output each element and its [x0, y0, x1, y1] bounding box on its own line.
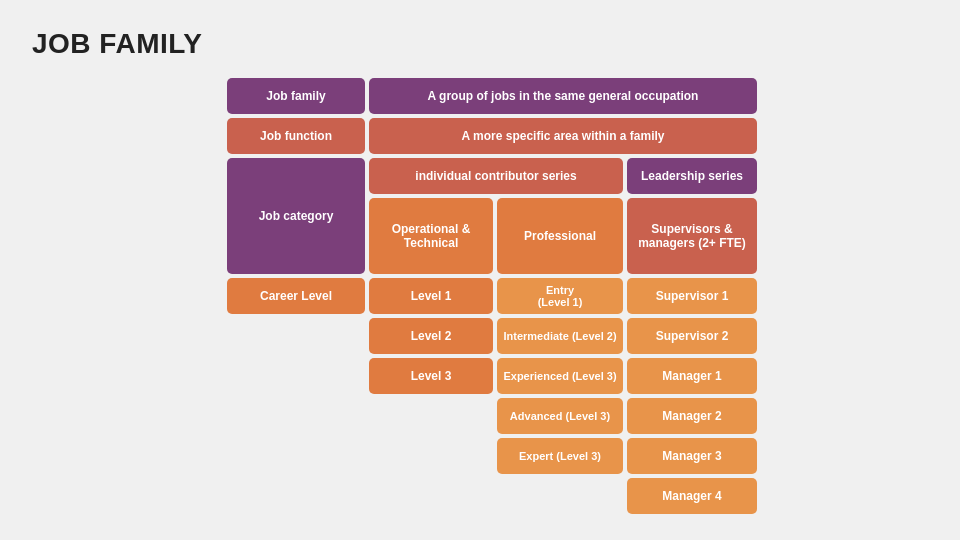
page: JOB FAMILY Job family A group of jobs in… [0, 0, 960, 540]
job-function-desc-box: A more specific area within a family [369, 118, 757, 154]
manager4-label: Manager 4 [662, 489, 721, 503]
leadership-series-box: Leadership series [627, 158, 757, 194]
career-level-label-box: Career Level [227, 278, 365, 314]
job-function-label: Job function [260, 129, 332, 143]
experienced-label: Experienced (Level 3) [503, 370, 616, 382]
manager1-label: Manager 1 [662, 369, 721, 383]
entry-label: Entry (Level 1) [538, 284, 583, 308]
job-function-desc: A more specific area within a family [462, 129, 665, 143]
manager1-box: Manager 1 [627, 358, 757, 394]
page-title: JOB FAMILY [32, 28, 928, 60]
job-family-label: Job family [266, 89, 325, 103]
leadership-series-label: Leadership series [641, 169, 743, 183]
intermediate-label: Intermediate (Level 2) [503, 330, 616, 342]
manager2-label: Manager 2 [662, 409, 721, 423]
job-family-desc-box: A group of jobs in the same general occu… [369, 78, 757, 114]
manager2-box: Manager 2 [627, 398, 757, 434]
level3-box: Level 3 [369, 358, 493, 394]
individual-contributor-label: individual contributor series [415, 169, 576, 183]
job-family-label-box: Job family [227, 78, 365, 114]
expert-box: Expert (Level 3) [497, 438, 623, 474]
career-level-label: Career Level [260, 289, 332, 303]
professional-box: Professional [497, 198, 623, 274]
intermediate-box: Intermediate (Level 2) [497, 318, 623, 354]
manager4-box: Manager 4 [627, 478, 757, 514]
operational-technical-box: Operational & Technical [369, 198, 493, 274]
entry-box: Entry (Level 1) [497, 278, 623, 314]
job-family-desc: A group of jobs in the same general occu… [428, 89, 699, 103]
supervisor1-label: Supervisor 1 [656, 289, 729, 303]
supervisors-managers-box: Supervisors & managers (2+ FTE) [627, 198, 757, 274]
supervisor2-box: Supervisor 2 [627, 318, 757, 354]
job-category-label-box: Job category [227, 158, 365, 274]
job-category-label: Job category [259, 209, 334, 223]
level1-box: Level 1 [369, 278, 493, 314]
supervisors-managers-label: Supervisors & managers (2+ FTE) [627, 222, 757, 250]
individual-contributor-box: individual contributor series [369, 158, 623, 194]
supervisor2-label: Supervisor 2 [656, 329, 729, 343]
level2-box: Level 2 [369, 318, 493, 354]
manager3-label: Manager 3 [662, 449, 721, 463]
level3-label: Level 3 [411, 369, 452, 383]
level1-label: Level 1 [411, 289, 452, 303]
advanced-label: Advanced (Level 3) [510, 410, 610, 422]
operational-technical-label: Operational & Technical [369, 222, 493, 250]
advanced-box: Advanced (Level 3) [497, 398, 623, 434]
experienced-box: Experienced (Level 3) [497, 358, 623, 394]
expert-label: Expert (Level 3) [519, 450, 601, 462]
professional-label: Professional [524, 229, 596, 243]
manager3-box: Manager 3 [627, 438, 757, 474]
level2-label: Level 2 [411, 329, 452, 343]
job-function-label-box: Job function [227, 118, 365, 154]
supervisor1-box: Supervisor 1 [627, 278, 757, 314]
